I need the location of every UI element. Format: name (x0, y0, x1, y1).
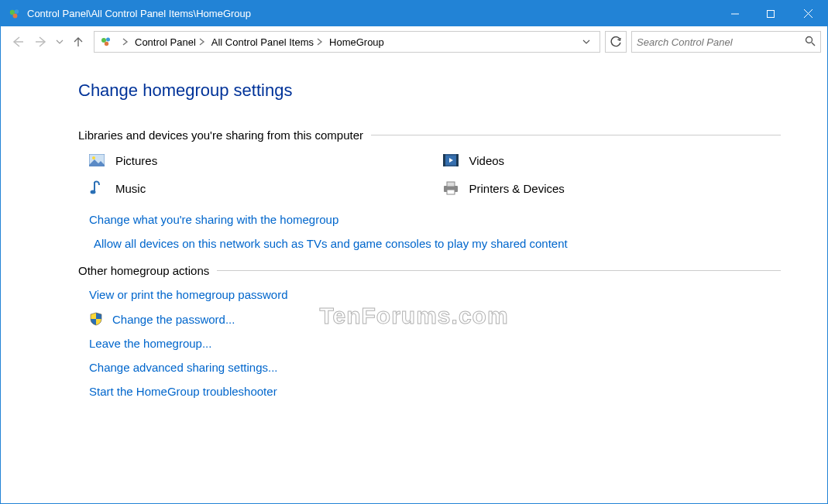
chevron-right-icon (196, 32, 208, 52)
back-button[interactable] (7, 31, 29, 53)
section-sharing: Libraries and devices you're sharing fro… (78, 129, 781, 142)
music-icon (89, 180, 105, 196)
link-view-password[interactable]: View or print the homegroup password (78, 288, 781, 301)
videos-icon (443, 153, 459, 168)
svg-point-10 (106, 38, 110, 42)
breadcrumb-label: Control Panel (135, 36, 196, 48)
link-troubleshooter[interactable]: Start the HomeGroup troubleshooter (78, 385, 781, 398)
svg-point-20 (91, 190, 96, 194)
minimize-button[interactable] (717, 1, 753, 26)
svg-point-9 (101, 38, 106, 43)
share-printers: Printers & Devices (443, 180, 782, 196)
address-bar[interactable]: Control Panel All Control Panel Items Ho… (94, 31, 600, 53)
share-label: Pictures (115, 154, 157, 167)
shield-icon (89, 312, 103, 326)
svg-line-13 (812, 43, 815, 46)
toolbar: Control Panel All Control Panel Items Ho… (1, 26, 827, 57)
pictures-icon (89, 153, 105, 168)
svg-point-12 (806, 36, 813, 43)
section-label: Other homegroup actions (78, 264, 217, 277)
section-actions: Other homegroup actions (78, 264, 781, 277)
svg-rect-23 (447, 190, 455, 194)
svg-rect-4 (768, 10, 775, 17)
section-label: Libraries and devices you're sharing fro… (78, 129, 371, 142)
link-change-password[interactable]: Change the password... (112, 313, 235, 326)
share-grid: Pictures Videos Music Printers & Devices (78, 153, 781, 196)
link-change-sharing[interactable]: Change what you're sharing with the home… (78, 213, 781, 226)
breadcrumb-item[interactable]: Control Panel (133, 32, 210, 52)
share-label: Music (115, 182, 146, 195)
breadcrumb-sep[interactable] (118, 32, 133, 52)
close-button[interactable] (788, 1, 827, 26)
breadcrumb-label: All Control Panel Items (211, 36, 314, 48)
control-panel-icon (99, 35, 113, 49)
actions-links: View or print the homegroup password Cha… (78, 288, 781, 398)
control-panel-window: Control Panel\All Control Panel Items\Ho… (0, 0, 828, 504)
share-videos: Videos (443, 153, 782, 168)
recent-dropdown[interactable] (53, 31, 66, 53)
link-leave-homegroup[interactable]: Leave the homegroup... (78, 337, 781, 350)
breadcrumb-label: HomeGroup (329, 36, 384, 48)
breadcrumb-item[interactable]: All Control Panel Items (210, 32, 328, 52)
svg-point-11 (105, 42, 108, 46)
address-dropdown[interactable] (582, 38, 595, 46)
svg-point-1 (15, 9, 19, 13)
chevron-right-icon (314, 32, 326, 52)
svg-rect-19 (456, 154, 459, 166)
search-icon[interactable] (805, 36, 816, 49)
breadcrumb-item[interactable]: HomeGroup (328, 32, 386, 52)
share-pictures: Pictures (89, 153, 428, 168)
svg-point-15 (92, 156, 95, 159)
link-allow-devices[interactable]: Allow all devices on this network such a… (78, 237, 781, 250)
svg-rect-18 (443, 154, 445, 166)
chevron-right-icon (119, 32, 132, 52)
link-change-password-row[interactable]: Change the password... (78, 312, 781, 326)
share-label: Videos (469, 154, 505, 167)
divider (217, 270, 781, 271)
search-input[interactable] (637, 36, 805, 48)
svg-point-2 (13, 13, 18, 18)
titlebar: Control Panel\All Control Panel Items\Ho… (1, 1, 827, 26)
window-title: Control Panel\All Control Panel Items\Ho… (27, 8, 251, 19)
sharing-links: Change what you're sharing with the home… (78, 213, 781, 250)
page-title: Change homegroup settings (78, 81, 781, 101)
share-music: Music (89, 180, 428, 196)
maximize-button[interactable] (753, 1, 788, 26)
search-box[interactable] (631, 31, 821, 53)
control-panel-icon (9, 8, 21, 20)
forward-button[interactable] (30, 31, 52, 53)
printers-icon (443, 180, 459, 196)
svg-rect-22 (447, 182, 455, 187)
divider (371, 135, 781, 135)
up-button[interactable] (67, 31, 89, 53)
share-label: Printers & Devices (469, 182, 565, 195)
link-advanced-sharing[interactable]: Change advanced sharing settings... (78, 361, 781, 374)
content-pane: Change homegroup settings Libraries and … (1, 57, 827, 503)
refresh-button[interactable] (605, 31, 627, 53)
